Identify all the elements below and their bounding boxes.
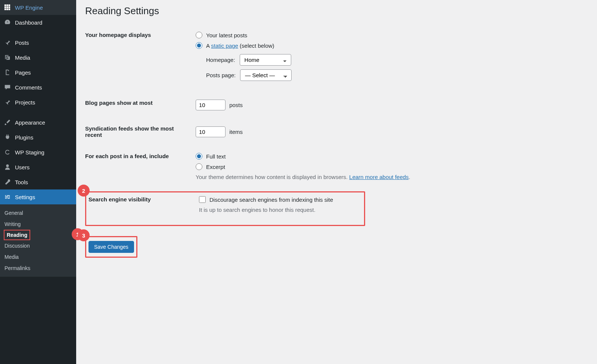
svg-rect-0 bbox=[4, 4, 6, 6]
homepage-select-label: Homepage: bbox=[206, 57, 235, 63]
radio-latest-posts[interactable] bbox=[196, 32, 202, 38]
feed-include-label: For each post in a feed, include bbox=[85, 145, 192, 188]
radio-full-text-label: Full text bbox=[206, 153, 226, 160]
refresh-icon bbox=[4, 148, 11, 156]
page-title: Reading Settings bbox=[85, 5, 588, 17]
pin-icon bbox=[4, 39, 11, 46]
homepage-displays-label: Your homepage displays bbox=[85, 24, 192, 92]
settings-submenu: General Writing 1 Reading Discussion Med… bbox=[0, 204, 76, 277]
sidebar-item-wpengine[interactable]: WP Engine bbox=[0, 0, 76, 15]
sidebar-item-comments[interactable]: Comments bbox=[0, 80, 76, 95]
sidebar-item-label: Plugins bbox=[15, 134, 33, 141]
pin-icon bbox=[4, 98, 11, 106]
syndication-feeds-label: Syndication feeds show the most recent bbox=[85, 118, 192, 145]
submenu-permalinks[interactable]: Permalinks bbox=[0, 263, 76, 274]
sidebar-item-label: Pages bbox=[15, 69, 31, 76]
static-page-link[interactable]: static page bbox=[211, 43, 238, 49]
sidebar-item-label: WP Staging bbox=[15, 149, 44, 156]
blog-pages-label: Blog pages show at most bbox=[85, 92, 192, 118]
sidebar-item-pages[interactable]: Pages bbox=[0, 65, 76, 80]
homepage-select[interactable]: Home bbox=[240, 54, 291, 66]
wrench-icon bbox=[4, 178, 11, 186]
submenu-media[interactable]: Media bbox=[0, 251, 76, 263]
sidebar-item-tools[interactable]: Tools bbox=[0, 175, 76, 189]
sidebar-item-label: Tools bbox=[15, 179, 28, 185]
sidebar-item-label: Projects bbox=[15, 99, 35, 106]
sidebar-item-users[interactable]: Users bbox=[0, 160, 76, 175]
postspage-select-label: Posts page: bbox=[206, 72, 236, 78]
brush-icon bbox=[4, 119, 11, 126]
svg-rect-8 bbox=[9, 9, 10, 10]
radio-static-page-label: A static page (select below) bbox=[206, 43, 274, 49]
svg-rect-1 bbox=[6, 4, 8, 6]
sidebar-item-projects[interactable]: Projects bbox=[0, 95, 76, 110]
sidebar-item-label: Media bbox=[15, 54, 30, 61]
discourage-checkbox[interactable] bbox=[199, 196, 206, 203]
submenu-reading[interactable]: Reading bbox=[4, 230, 30, 240]
discourage-checkbox-label: Discourage search engines from indexing … bbox=[209, 197, 333, 203]
sidebar-item-label: Appearance bbox=[15, 119, 45, 126]
svg-rect-7 bbox=[6, 9, 8, 10]
plug-icon bbox=[4, 134, 11, 141]
syndication-feeds-suffix: items bbox=[229, 129, 243, 135]
sidebar-item-label: Posts bbox=[15, 40, 29, 46]
annotation-badge-2: 2 bbox=[78, 185, 90, 197]
sev-description: It is up to search engines to honor this… bbox=[199, 207, 333, 213]
radio-excerpt[interactable] bbox=[196, 163, 202, 170]
sidebar-item-label: Comments bbox=[15, 84, 42, 91]
radio-full-text[interactable] bbox=[196, 153, 202, 160]
sliders-icon bbox=[4, 193, 11, 201]
syndication-feeds-input[interactable] bbox=[196, 126, 226, 137]
submenu-general[interactable]: General bbox=[0, 207, 76, 219]
gauge-icon bbox=[4, 19, 11, 26]
main-content: Reading Settings Your homepage displays … bbox=[76, 0, 597, 364]
grid-icon bbox=[4, 4, 11, 11]
save-changes-button[interactable]: Save Changes bbox=[88, 241, 134, 253]
radio-latest-posts-label: Your latest posts bbox=[206, 32, 247, 38]
comment-icon bbox=[4, 84, 11, 91]
sidebar-item-label: Settings bbox=[15, 194, 35, 200]
postspage-select[interactable]: — Select — bbox=[240, 69, 292, 81]
learn-more-feeds-link[interactable]: Learn more about feeds bbox=[349, 174, 408, 180]
sidebar-item-posts[interactable]: Posts bbox=[0, 35, 76, 50]
sidebar-item-label: Dashboard bbox=[15, 19, 42, 26]
sidebar-item-label: Users bbox=[15, 164, 29, 170]
sidebar-item-dashboard[interactable]: Dashboard bbox=[0, 15, 76, 30]
blog-pages-suffix: posts bbox=[229, 102, 243, 108]
user-icon bbox=[4, 163, 11, 171]
sidebar-item-label: WP Engine bbox=[15, 4, 43, 11]
page-icon bbox=[4, 69, 11, 76]
sidebar-item-appearance[interactable]: Appearance bbox=[0, 115, 76, 130]
sidebar-item-settings[interactable]: Settings bbox=[0, 189, 76, 204]
annotation-badge-3: 3 bbox=[78, 229, 90, 241]
submenu-discussion[interactable]: Discussion bbox=[0, 240, 76, 251]
sev-label: Search engine visibility bbox=[88, 194, 195, 220]
submenu-writing[interactable]: Writing bbox=[0, 219, 76, 230]
admin-sidebar: WP Engine Dashboard Posts Media Pages Co… bbox=[0, 0, 76, 364]
sidebar-item-plugins[interactable]: Plugins bbox=[0, 130, 76, 145]
radio-excerpt-label: Excerpt bbox=[206, 164, 225, 170]
blog-pages-input[interactable] bbox=[196, 100, 226, 110]
svg-rect-2 bbox=[9, 4, 10, 6]
svg-rect-4 bbox=[6, 6, 8, 8]
svg-rect-3 bbox=[4, 6, 6, 8]
feed-description: Your theme determines how content is dis… bbox=[196, 174, 584, 180]
svg-rect-5 bbox=[9, 6, 10, 8]
sidebar-item-media[interactable]: Media bbox=[0, 50, 76, 65]
sidebar-item-wpstaging[interactable]: WP Staging bbox=[0, 145, 76, 160]
media-icon bbox=[4, 54, 11, 61]
svg-rect-6 bbox=[4, 9, 6, 10]
radio-static-page[interactable] bbox=[196, 42, 202, 49]
